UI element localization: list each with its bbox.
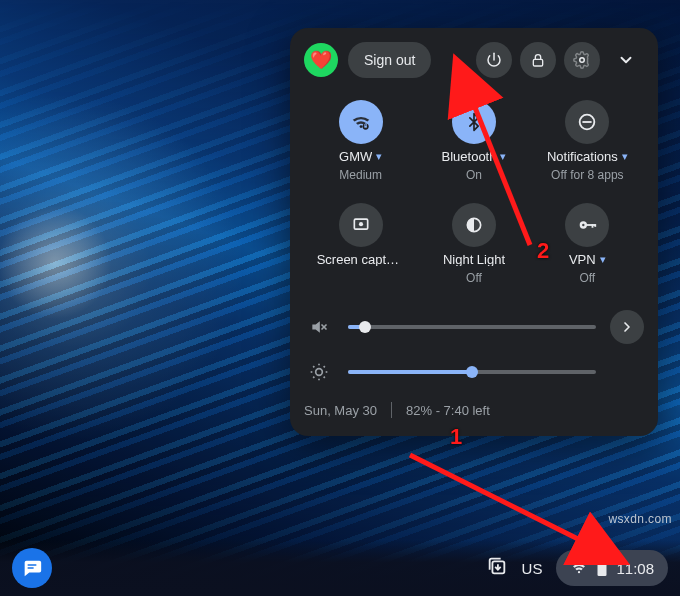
chevron-down-icon: ▾ (376, 151, 382, 162)
tile-label: Bluetooth (442, 150, 497, 163)
svg-point-13 (582, 224, 584, 226)
svg-line-22 (324, 377, 325, 378)
bluetooth-icon (452, 100, 496, 144)
svg-rect-29 (601, 559, 605, 561)
svg-rect-28 (598, 562, 607, 576)
night-light-icon (452, 203, 496, 247)
vpn-key-icon (565, 203, 609, 247)
wifi-status-icon (570, 559, 588, 577)
battery-status-icon (596, 559, 608, 577)
volume-row (304, 310, 644, 344)
tile-sublabel: On (466, 169, 482, 181)
power-icon (485, 51, 503, 69)
chevron-right-icon (619, 319, 635, 335)
svg-rect-12 (595, 224, 597, 227)
tile-sublabel: Off (466, 272, 482, 284)
brightness-icon[interactable] (304, 362, 334, 382)
volume-mute-icon[interactable] (304, 317, 334, 337)
svg-line-23 (313, 377, 314, 378)
tile-label: VPN (569, 253, 596, 266)
screen-capture-icon (339, 203, 383, 247)
svg-rect-0 (533, 59, 542, 66)
quick-tiles-grid: GMW▾ Medium Bluetooth▾ On Notifications▾… (304, 100, 644, 284)
brightness-slider[interactable] (348, 370, 596, 374)
brightness-row (304, 362, 644, 382)
tile-night-light[interactable]: Night Light Off (417, 203, 530, 284)
power-button[interactable] (476, 42, 512, 78)
do-not-disturb-icon (565, 100, 609, 144)
chevron-down-icon (617, 51, 635, 69)
svg-line-21 (313, 366, 314, 367)
tile-sublabel: Off (579, 272, 595, 284)
gear-icon (573, 51, 591, 69)
svg-rect-26 (27, 567, 33, 568)
wifi-icon (339, 100, 383, 144)
messages-app-icon[interactable] (12, 548, 52, 588)
tile-sublabel: Medium (339, 169, 382, 181)
quick-settings-panel: ❤️ Sign out GMW▾ Medium (290, 28, 658, 436)
footer-battery: 82% - 7:40 left (406, 403, 490, 418)
tile-sublabel: Off for 8 apps (551, 169, 624, 181)
status-tray[interactable]: 11:08 (556, 550, 668, 586)
annotation-marker-2: 2 (537, 238, 549, 264)
svg-rect-11 (592, 224, 594, 228)
sign-out-button[interactable]: Sign out (348, 42, 431, 78)
settings-button[interactable] (564, 42, 600, 78)
divider (391, 402, 392, 418)
tile-notifications[interactable]: Notifications▾ Off for 8 apps (531, 100, 644, 181)
svg-line-24 (324, 366, 325, 367)
avatar-emoji: ❤️ (310, 49, 332, 71)
clock-text: 11:08 (616, 560, 654, 577)
chevron-down-icon: ▾ (600, 254, 606, 265)
holding-space-icon[interactable] (486, 555, 508, 581)
collapse-button[interactable] (608, 42, 644, 78)
svg-rect-3 (364, 125, 367, 127)
tile-wifi[interactable]: GMW▾ Medium (304, 100, 417, 181)
footer-date: Sun, May 30 (304, 403, 377, 418)
tile-label: Notifications (547, 150, 618, 163)
tile-label: GMW (339, 150, 372, 163)
shelf: US 11:08 (0, 540, 680, 596)
svg-rect-25 (27, 564, 36, 565)
tile-label: Night Light (443, 253, 505, 266)
panel-sliders (304, 310, 644, 382)
tile-bluetooth[interactable]: Bluetooth▾ On (417, 100, 530, 181)
lock-button[interactable] (520, 42, 556, 78)
svg-point-16 (316, 369, 323, 376)
lock-icon (530, 52, 546, 68)
volume-slider[interactable] (348, 325, 596, 329)
watermark-text: wsxdn.com (608, 512, 672, 526)
chevron-down-icon: ▾ (500, 151, 506, 162)
panel-footer: Sun, May 30 82% - 7:40 left (304, 402, 644, 418)
svg-rect-10 (586, 224, 595, 226)
panel-header: ❤️ Sign out (304, 42, 644, 78)
user-avatar[interactable]: ❤️ (304, 43, 338, 77)
svg-point-1 (580, 58, 585, 63)
keyboard-indicator[interactable]: US (522, 560, 543, 577)
audio-settings-button[interactable] (610, 310, 644, 344)
tile-screen-capture[interactable]: Screen captu… (304, 203, 417, 284)
tile-label: Screen captu… (317, 253, 405, 266)
svg-point-7 (359, 222, 363, 226)
chevron-down-icon: ▾ (622, 151, 628, 162)
annotation-marker-1: 1 (450, 424, 462, 450)
